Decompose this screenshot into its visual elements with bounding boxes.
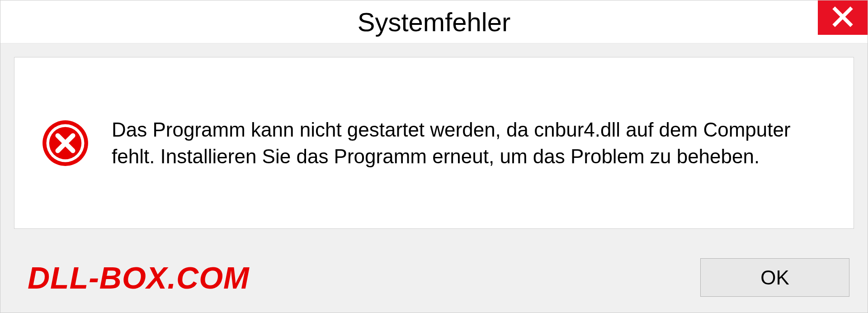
dialog-footer: DLL-BOX.COM OK [0, 242, 868, 313]
close-icon [831, 5, 854, 30]
content-area: Das Programm kann nicht gestartet werden… [0, 43, 868, 242]
error-dialog: Systemfehler Das Programm kann [0, 0, 868, 313]
watermark-text: DLL-BOX.COM [28, 260, 250, 295]
error-icon [42, 119, 89, 167]
titlebar: Systemfehler [0, 0, 868, 43]
close-button[interactable] [818, 0, 868, 35]
error-message: Das Programm kann nicht gestartet werden… [112, 116, 826, 170]
message-box: Das Programm kann nicht gestartet werden… [14, 57, 854, 229]
ok-button[interactable]: OK [700, 258, 849, 297]
dialog-title: Systemfehler [358, 7, 510, 37]
